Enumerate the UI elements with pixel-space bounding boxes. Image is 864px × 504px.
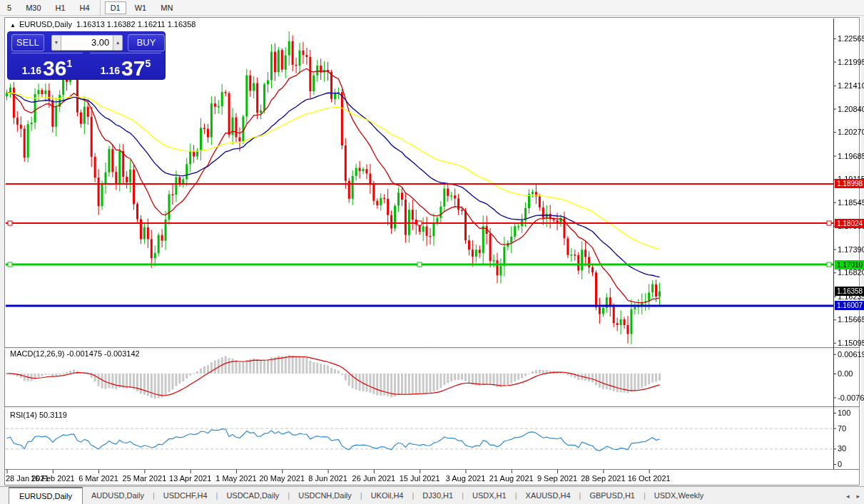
tabs-scroll-left-icon[interactable]: ◂ [846, 493, 850, 500]
rsi-axis-tick: 100 [838, 408, 850, 417]
rsi-axis-tick: 30 [838, 444, 846, 453]
price-axis-tick: 1.16820 [838, 268, 864, 277]
macd-axis-tick: 0.00 [838, 369, 853, 378]
price-badge-1.16007: 1.16007 [835, 301, 864, 310]
price-badge-1.17010: 1.17010 [835, 260, 864, 269]
chart-canvas[interactable] [4, 17, 860, 485]
price-axis-tick: 1.17390 [838, 245, 864, 254]
chart-ohlc-values: 1.16313 1.16382 1.16211 1.16358 [76, 20, 195, 29]
price-badge-1.18998: 1.18998 [835, 179, 864, 188]
date-axis-label: 25 Mar 2021 [123, 474, 167, 483]
date-axis-label: 21 Aug 2021 [489, 474, 534, 483]
tab-dj30-h1[interactable]: DJ30,H1 [414, 487, 462, 504]
macd-axis-tick: -0.007621 [838, 394, 864, 402]
date-axis-label: 20 May 2021 [259, 474, 305, 483]
tab-usdchf-h4[interactable]: USDCHF,H4 [155, 487, 216, 504]
price-axis-tick: 1.21995 [838, 58, 864, 66]
price-axis-tick: 1.15095 [838, 339, 864, 347]
price-axis-tick: 1.20270 [838, 128, 864, 136]
timeframe-button-h1[interactable]: H1 [50, 1, 71, 14]
timeframe-button-m30[interactable]: M30 [20, 1, 46, 14]
chevron-down-icon: ▼ [54, 40, 59, 45]
date-axis-label: 28 Sep 2021 [581, 474, 625, 483]
chevron-up-icon: ▲ [116, 40, 121, 45]
tab-eurusd-daily[interactable]: EURUSD,Daily [9, 487, 83, 504]
tab-xauusd-h4[interactable]: XAUUSD,H4 [517, 487, 579, 504]
volume-input[interactable]: 3.00 [61, 35, 113, 51]
price-axis-tick: 1.15665 [838, 315, 864, 324]
tabs-scroll-right-icon[interactable]: ▸ [856, 493, 860, 500]
price-axis-tick: 1.20840 [838, 105, 864, 113]
tab-usdcnh-daily[interactable]: USDCNH,Daily [290, 487, 360, 504]
price-axis-tick: 1.19685 [838, 152, 864, 160]
sell-button[interactable]: SELL [11, 34, 44, 51]
date-axis-label: 16 Feb 2021 [31, 474, 75, 483]
price-badge-1.18024: 1.18024 [835, 219, 864, 228]
tab-ukoil-h4[interactable]: UKOil,H4 [362, 487, 412, 504]
timeframe-button-d1[interactable]: D1 [105, 1, 126, 14]
price-axis-tick: 1.21410 [838, 81, 864, 90]
chart-window: ▲EURUSD,Daily 1.16313 1.16382 1.16211 1.… [4, 17, 861, 485]
sell-price-big: 36 [43, 59, 66, 78]
rsi-indicator-label: RSI(14) 50.3119 [10, 411, 67, 419]
date-axis-label: 16 Oct 2021 [628, 474, 671, 483]
macd-axis-tick: 0.006193 [838, 350, 864, 359]
timeframe-button-h4[interactable]: H4 [74, 1, 96, 14]
timeframe-toolbar: 5M30H1H4D1W1MN [0, 0, 864, 16]
symbol-tabbar: EURUSD,DailyAUDUSD,Daily|USDCHF,H4|USDCA… [0, 486, 864, 504]
chart-title: ▲EURUSD,Daily 1.16313 1.16382 1.16211 1.… [10, 20, 195, 29]
price-badge-1.16358: 1.16358 [835, 287, 864, 296]
macd-indicator-label: MACD(12,26,9) -0.001475 -0.003142 [10, 349, 140, 358]
tab-usdcad-daily[interactable]: USDCAD,Daily [218, 487, 288, 504]
sell-price-prefix: 1.16 [22, 65, 41, 76]
chart-symbol-label: EURUSD,Daily [19, 20, 72, 29]
tab-usdx-h1[interactable]: USDX,H1 [464, 487, 515, 504]
tab-audusd-daily[interactable]: AUDUSD,Daily [83, 487, 153, 504]
tab-gbpusd-h1[interactable]: GBPUSD,H1 [581, 487, 644, 504]
date-axis-label: 15 Jul 2021 [400, 474, 440, 483]
rsi-axis-tick: 0 [838, 460, 842, 468]
timeframe-button-5[interactable]: 5 [1, 1, 17, 14]
date-axis-label: 1 May 2021 [215, 474, 256, 483]
date-axis-label: 3 Aug 2021 [446, 474, 486, 483]
timeframe-button-mn[interactable]: MN [155, 1, 178, 14]
buy-price[interactable]: 1.16375 [90, 53, 161, 80]
one-click-trading-panel: SELL ▼ 3.00 ▲ BUY 1.16361 1.16375 [7, 31, 166, 80]
buy-price-big: 37 [121, 59, 145, 78]
volume-increase-button[interactable]: ▲ [113, 35, 123, 51]
date-axis-label: 9 Sep 2021 [537, 474, 577, 483]
collapse-panel-icon[interactable]: ▲ [10, 22, 16, 29]
buy-price-sup: 5 [145, 58, 151, 69]
price-axis-tick: 1.18545 [838, 198, 864, 207]
sell-price-sup: 1 [66, 58, 72, 69]
date-axis-label: 26 Jun 2021 [352, 474, 396, 483]
buy-button[interactable]: BUY [128, 34, 165, 51]
tab-usdx-weekly[interactable]: USDX,Weekly [646, 487, 712, 504]
timeframe-button-w1[interactable]: W1 [129, 1, 153, 14]
sell-price[interactable]: 1.16361 [11, 53, 83, 80]
toolbar-separator [100, 0, 101, 16]
date-axis-label: 6 Mar 2021 [78, 474, 118, 483]
price-axis-tick: 1.22565 [838, 34, 864, 43]
date-axis-label: 8 Jun 2021 [308, 474, 347, 483]
volume-decrease-button[interactable]: ▼ [51, 35, 61, 51]
rsi-axis-tick: 70 [838, 424, 846, 433]
date-axis-label: 13 Apr 2021 [169, 474, 211, 483]
buy-price-prefix: 1.16 [101, 65, 120, 76]
